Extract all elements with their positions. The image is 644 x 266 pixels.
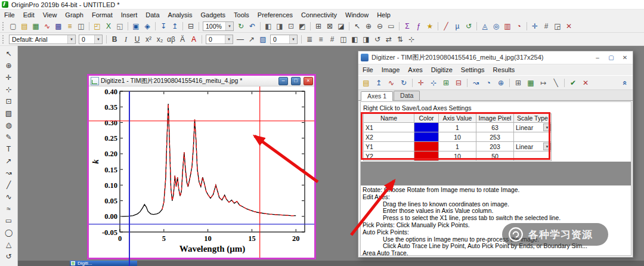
menu-results[interactable]: Results xyxy=(489,66,519,74)
maximize-button[interactable]: □ xyxy=(291,77,301,85)
digitize1-title-bar[interactable]: Digitize1 - TIM图片20190804155416_meitu_4.… xyxy=(89,76,314,86)
3d-graph-icon[interactable]: ◬ xyxy=(479,21,490,31)
zoom-combo[interactable]: 100% xyxy=(203,21,234,31)
delete-data-set-icon[interactable]: ⊟ xyxy=(453,77,465,88)
chevron-down-icon[interactable] xyxy=(94,35,102,44)
close-all-icon[interactable]: ✕ xyxy=(564,21,574,31)
arrow-tool-tool-icon[interactable]: ↗ xyxy=(3,156,15,166)
send-back-icon[interactable]: ◨ xyxy=(361,34,371,44)
digitizer-tool-icon[interactable]: ✛ xyxy=(530,21,540,31)
greek-icon[interactable]: αβ xyxy=(166,34,177,44)
new-layout-icon[interactable]: ◫ xyxy=(76,21,86,31)
align-center-icon[interactable]: ≡ xyxy=(315,34,326,44)
freehand-tool-tool-icon[interactable]: ≈ xyxy=(3,203,15,214)
rotate-object-icon[interactable]: ↺ xyxy=(372,34,383,44)
pointer-mode-icon[interactable]: ↖ xyxy=(352,21,363,31)
menu-window[interactable]: Window xyxy=(341,11,373,19)
chevron-down-icon[interactable] xyxy=(225,22,233,30)
menu-digitize[interactable]: Digitize xyxy=(427,66,457,74)
go-to-graph-icon[interactable]: ∿ xyxy=(385,77,397,88)
save-window-icon[interactable]: ◈ xyxy=(142,21,153,31)
align-left-icon[interactable]: ≣ xyxy=(304,34,315,44)
collapse-panel-icon[interactable]: « xyxy=(620,78,631,88)
cell-scale-type[interactable] xyxy=(514,132,552,142)
arrange-windows-icon[interactable]: ◲ xyxy=(552,21,563,31)
import-wizard-icon[interactable]: ↧ xyxy=(158,21,169,31)
subscript-icon[interactable]: x₂ xyxy=(154,34,165,44)
draw-data-tool-icon[interactable]: ✎ xyxy=(3,132,15,143)
cell-image-pixel[interactable]: 253 xyxy=(476,132,514,142)
menu-file[interactable]: File xyxy=(0,11,19,19)
edit-axes-icon[interactable]: ✛ xyxy=(415,77,427,88)
save-project-icon[interactable]: ▣ xyxy=(131,21,141,31)
menu-tools[interactable]: Tools xyxy=(230,11,253,19)
line-tool-tool-icon[interactable]: ╱ xyxy=(3,180,15,190)
import-image-icon[interactable]: ▤ xyxy=(360,77,372,88)
pie-chart-icon[interactable]: ◔ xyxy=(513,21,524,31)
flip-vertical-icon[interactable]: ⇅ xyxy=(395,34,405,44)
open-excel-icon[interactable]: X xyxy=(103,21,114,31)
append-to-column-icon[interactable]: ↦ xyxy=(537,77,549,88)
results-log-icon[interactable]: ◨ xyxy=(274,21,285,31)
open-icon[interactable]: ◰ xyxy=(92,21,103,31)
chevron-down-icon[interactable] xyxy=(225,35,233,44)
open-template-icon[interactable]: ◱ xyxy=(114,21,125,31)
text-tool-tool-icon[interactable]: T xyxy=(3,144,15,154)
refresh-icon[interactable]: ↻ xyxy=(236,21,246,31)
font-color-icon[interactable]: A xyxy=(188,34,199,44)
arrow-style-icon[interactable]: ↗ xyxy=(246,34,257,44)
font-size-combo[interactable]: 0 xyxy=(79,35,103,44)
cell-scale-type[interactable] xyxy=(514,151,552,161)
auto-pick-points-icon[interactable]: ⊕ xyxy=(495,77,507,88)
color-swatch[interactable] xyxy=(414,151,438,160)
command-window-icon[interactable]: ⊡ xyxy=(286,21,296,31)
merge-graph-icon[interactable]: ◪ xyxy=(336,21,346,31)
bring-front-icon[interactable]: ◧ xyxy=(349,34,360,44)
apps-icon[interactable]: ★ xyxy=(425,21,435,31)
region-select-tool-icon[interactable]: ▧ xyxy=(3,108,15,119)
color-swatch[interactable] xyxy=(414,132,438,141)
recalculate-icon[interactable]: ↺ xyxy=(463,21,474,31)
screen-reader-tool-icon[interactable]: ✛ xyxy=(3,72,15,83)
line-width-combo[interactable]: 0 xyxy=(206,35,233,44)
flip-horizontal-icon[interactable]: ⇄ xyxy=(383,34,394,44)
manually-pick-points-icon[interactable]: ⊹ xyxy=(428,77,439,88)
tab-axes-1[interactable]: Axes 1 xyxy=(361,91,393,101)
snap-to-grid-icon[interactable]: # xyxy=(541,21,552,31)
accent-icon[interactable]: Ä xyxy=(177,34,188,44)
menu-connectivity[interactable]: Connectivity xyxy=(297,11,341,19)
remove-icon[interactable]: ✕ xyxy=(580,77,592,88)
contour-graph-icon[interactable]: ◎ xyxy=(491,21,501,31)
new-graph-icon[interactable]: ∿ xyxy=(42,21,52,31)
project-explorer-icon[interactable]: ◧ xyxy=(263,21,274,31)
chevron-down-icon[interactable] xyxy=(289,35,297,44)
cell-axis-value[interactable]: 10 xyxy=(439,132,476,142)
fit-linear-icon[interactable]: ╱ xyxy=(441,21,451,31)
menu-analysis[interactable]: Analysis xyxy=(164,11,197,19)
cell-scale-type[interactable]: Linear xyxy=(514,142,552,151)
underline-icon[interactable]: U xyxy=(132,34,143,44)
export-digitized-data-icon[interactable]: ↥ xyxy=(373,77,385,88)
fill-color-icon[interactable]: ▨ xyxy=(258,34,268,44)
snap-grid-icon[interactable]: # xyxy=(327,34,338,44)
bold-icon[interactable]: B xyxy=(109,34,120,44)
menu-data[interactable]: Data xyxy=(141,11,163,19)
scale-type-dropdown-icon[interactable] xyxy=(543,143,551,150)
cell-name[interactable]: X1 xyxy=(364,123,414,132)
cell-image-pixel[interactable]: 50 xyxy=(476,151,514,161)
cell-image-pixel[interactable]: 203 xyxy=(476,142,514,151)
menu-format[interactable]: Format xyxy=(88,11,117,19)
menu-help[interactable]: Help xyxy=(373,11,395,19)
cell-axis-value[interactable]: 1 xyxy=(439,142,476,151)
italic-icon[interactable]: I xyxy=(120,34,131,44)
menu-view[interactable]: View xyxy=(39,11,61,19)
close-button[interactable]: ✕ xyxy=(620,53,630,62)
menu-gadgets[interactable]: Gadgets xyxy=(197,11,230,19)
toolbar-grip[interactable] xyxy=(2,35,5,44)
calibration-line-X1[interactable] xyxy=(129,91,130,266)
whole-page-icon[interactable]: ▭ xyxy=(386,21,397,31)
script-window-icon[interactable]: Σ xyxy=(402,21,413,31)
auto-trace-area-icon[interactable]: ◔ xyxy=(482,77,494,88)
color-swatch[interactable] xyxy=(414,142,438,151)
rotate-image-icon[interactable]: ↻ xyxy=(398,77,410,88)
